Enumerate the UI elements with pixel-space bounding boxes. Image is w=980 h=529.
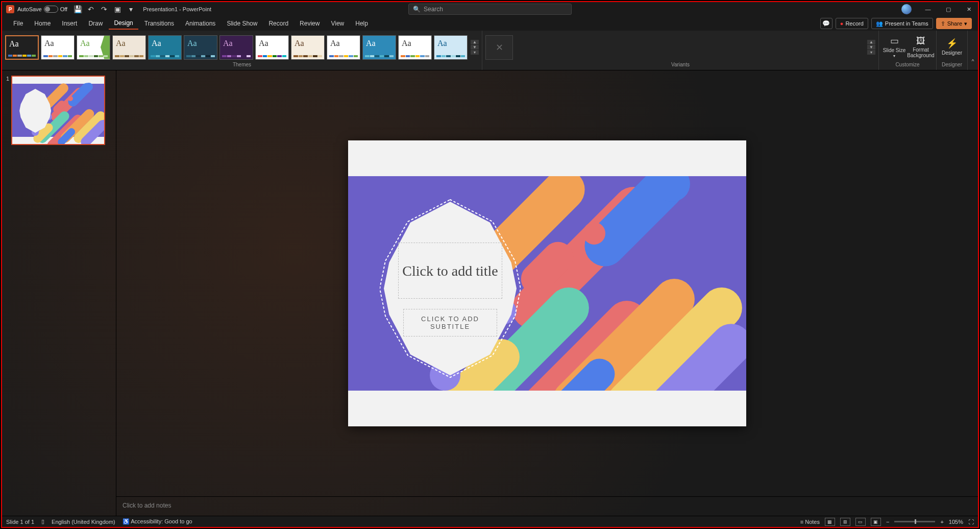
theme-thumbnail[interactable]: Aa [112,35,146,60]
themes-group: AaAaAaAaAaAaAaAaAaAaAaAaAa ▲ ▼ ▾ Themes [2,31,482,70]
autosave-label: AutoSave [17,6,42,12]
themes-gallery-controls: ▲ ▼ ▾ [471,40,479,55]
search-placeholder: Search [424,6,443,13]
tab-insert[interactable]: Insert [57,18,82,29]
theme-thumbnail[interactable]: Aa [362,35,396,60]
theme-thumbnail[interactable]: Aa [327,35,360,60]
quick-access-toolbar: 💾 ↶ ↷ ▣ ▾ [71,3,137,15]
tab-review[interactable]: Review [295,18,325,29]
theme-thumbnail[interactable]: Aa [41,35,75,60]
redo-icon[interactable]: ↷ [98,3,110,15]
tab-record[interactable]: Record [263,18,293,29]
search-icon: 🔍 [413,6,421,13]
ribbon-design: AaAaAaAaAaAaAaAaAaAaAaAaAa ▲ ▼ ▾ Themes … [2,31,769,70]
themes-group-label: Themes [5,62,479,69]
tab-transitions[interactable]: Transitions [139,18,179,29]
title-bar: P AutoSave Off 💾 ↶ ↷ ▣ ▾ Presentation1 -… [2,2,769,16]
search-box[interactable]: 🔍 Search [408,4,572,15]
subtitle-placeholder[interactable]: CLICK TO ADD SUBTITLE [403,309,497,336]
variants-group-label: Variants [485,62,769,69]
theme-thumbnail[interactable]: Aa [219,35,253,60]
save-icon[interactable]: 💾 [71,3,84,15]
tab-design[interactable]: Design [109,17,138,30]
thumbnail-number: 1 [6,76,9,145]
tab-animations[interactable]: Animations [180,18,220,29]
ribbon-tabs: File Home Insert Draw Design Transitions… [2,16,769,31]
tab-draw[interactable]: Draw [83,18,108,29]
gallery-up-icon[interactable]: ▲ [471,40,479,44]
slide[interactable]: Click to add title CLICK TO ADD SUBTITLE [348,140,746,415]
theme-thumbnail[interactable]: Aa [184,35,217,60]
toggle-icon [44,6,58,13]
thumbnail-preview [11,76,105,145]
slide-thumbnails-pane[interactable]: 1 [2,70,116,415]
tab-file[interactable]: File [8,18,28,29]
tab-home[interactable]: Home [29,18,56,29]
autosave-toggle[interactable]: AutoSave Off [17,6,67,13]
slide-thumbnail-1[interactable]: 1 [6,76,112,145]
powerpoint-window: P AutoSave Off 💾 ↶ ↷ ▣ ▾ Presentation1 -… [1,1,769,415]
variants-group: ✕ ▲ ▼ ▾ Variants [482,31,769,70]
editor-pane: Click to add title CLICK TO ADD SUBTITLE… [116,70,769,415]
themes-gallery: AaAaAaAaAaAaAaAaAaAaAaAaAa [5,35,468,60]
theme-thumbnail[interactable]: Aa [5,35,39,60]
theme-thumbnail[interactable]: Aa [434,35,468,60]
app-icon: P [6,5,14,13]
tab-slideshow[interactable]: Slide Show [222,18,262,29]
tab-help[interactable]: Help [350,18,373,29]
workspace: 1 Click to add title CLICK TO ADD SUBTI [2,70,769,415]
theme-thumbnail[interactable]: Aa [148,35,182,60]
undo-icon[interactable]: ↶ [85,3,97,15]
tab-view[interactable]: View [326,18,349,29]
theme-thumbnail[interactable]: Aa [77,35,110,60]
gallery-more-icon[interactable]: ▾ [471,50,479,55]
qat-more-icon[interactable]: ▾ [125,3,137,15]
theme-thumbnail[interactable]: Aa [398,35,432,60]
document-title: Presentation1 - PowerPoint [143,6,211,12]
theme-thumbnail[interactable]: Aa [255,35,289,60]
gallery-down-icon[interactable]: ▼ [471,45,479,50]
theme-thumbnail[interactable]: Aa [291,35,325,60]
variant-placeholder[interactable]: ✕ [485,35,513,60]
present-icon[interactable]: ▣ [111,3,124,15]
title-placeholder[interactable]: Click to add title [398,243,502,299]
slide-canvas-area[interactable]: Click to add title CLICK TO ADD SUBTITLE [116,70,769,415]
autosave-state: Off [60,6,67,12]
